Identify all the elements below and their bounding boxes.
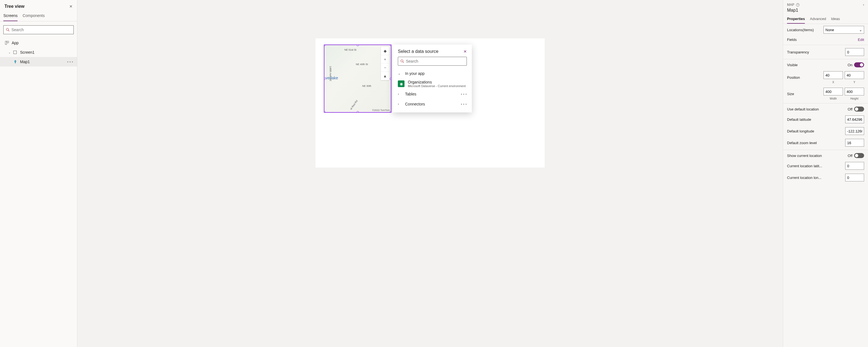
width-input[interactable] [824, 88, 843, 95]
toggle-state: Off [848, 154, 852, 158]
use-default-location-toggle[interactable]: Off [848, 106, 864, 112]
prop-name: Map1 [783, 8, 868, 14]
ds-section-connectors[interactable]: › Connectors • • • [393, 99, 472, 109]
default-zoom-input[interactable] [845, 139, 864, 147]
selection-handle[interactable] [356, 44, 359, 46]
current-lat-input[interactable] [845, 162, 864, 170]
tab-screens[interactable]: Screens [3, 13, 18, 21]
tree-item-screen[interactable]: ⌄ Screen1 [0, 48, 77, 57]
separator [783, 45, 868, 45]
prop-row-use-default-location: Use default location Off [783, 105, 868, 114]
search-icon [400, 59, 404, 63]
prop-kind-text: MAP [787, 3, 794, 7]
map-zoom-in-button[interactable]: + [381, 55, 389, 63]
separator [783, 59, 868, 59]
default-lat-input[interactable] [845, 116, 864, 123]
svg-point-0 [6, 28, 9, 31]
selection-handle[interactable] [390, 44, 392, 46]
prop-body: Locations(Items) None ⌄ Fields Edit Tran… [783, 24, 868, 347]
current-lon-input[interactable] [845, 174, 864, 182]
tree-item-app[interactable]: App [0, 38, 77, 48]
tree-item-map[interactable]: Map1 • • • [0, 57, 77, 66]
svg-text:?: ? [797, 3, 799, 6]
default-lon-input[interactable] [845, 127, 864, 135]
selection-handle[interactable] [390, 111, 392, 113]
chevron-right-icon: › [398, 102, 401, 106]
locations-select[interactable]: None ⌄ [824, 26, 864, 34]
separator [783, 103, 868, 103]
chevron-down-icon[interactable]: ⌄ [8, 51, 11, 54]
height-input[interactable] [845, 88, 864, 95]
visible-toggle[interactable]: On [848, 62, 864, 67]
prop-tab-ideas[interactable]: Ideas [831, 14, 840, 24]
close-icon[interactable]: ✕ [464, 49, 467, 54]
svg-rect-3 [7, 41, 9, 43]
map-road-label: el Red Rd [349, 100, 358, 111]
tree-search-input[interactable] [11, 28, 71, 32]
close-icon[interactable]: ✕ [69, 4, 72, 9]
datasource-popup: Select a data source ✕ ⌄ In your app ◉ O… [393, 44, 472, 113]
position-x-input[interactable] [824, 71, 843, 79]
tab-components[interactable]: Components [23, 13, 44, 21]
size-inputs: Width Height [824, 88, 864, 100]
map-pitch-button[interactable]: ▲ [381, 72, 389, 80]
switch-icon[interactable] [854, 153, 864, 158]
tree-search-box[interactable] [3, 25, 74, 34]
selection-handle[interactable] [390, 77, 392, 80]
toggle-state: On [848, 63, 852, 67]
ds-section-tables[interactable]: › Tables • • • [393, 89, 472, 99]
prop-row-show-current-location: Show current location Off [783, 151, 868, 160]
map-road-label: NE 40th St [356, 63, 368, 66]
ds-section-inapp[interactable]: ⌄ In your app [393, 68, 472, 78]
more-icon[interactable]: • • • [67, 60, 73, 63]
transparency-input[interactable] [845, 48, 864, 56]
svg-line-1 [8, 30, 9, 31]
selection-handle[interactable] [324, 77, 326, 80]
prop-tab-properties[interactable]: Properties [787, 14, 805, 24]
tree-items: App ⌄ Screen1 Map1 • • • [0, 38, 77, 347]
edit-fields-link[interactable]: Edit [858, 38, 864, 42]
more-icon[interactable]: • • • [461, 103, 467, 106]
canvas[interactable]: NE 51st St NE 40th St NE 30th el Red Rd … [78, 0, 783, 347]
ds-section-label: In your app [405, 71, 425, 76]
map-place-label: verlake [326, 76, 338, 80]
map-road-label: NE 51st St [344, 49, 356, 51]
svg-rect-4 [13, 51, 17, 54]
more-icon[interactable]: • • • [461, 93, 467, 96]
prop-label: Fields [787, 38, 797, 42]
chevron-right-icon: › [398, 92, 401, 96]
show-current-location-toggle[interactable]: Off [848, 153, 864, 158]
prop-row-transparency: Transparency [783, 46, 868, 58]
prop-label: Default zoom level [787, 141, 817, 145]
prop-row-position: Position X Y [783, 69, 868, 86]
switch-icon[interactable] [854, 62, 864, 67]
chevron-right-icon[interactable]: › [863, 3, 864, 7]
position-y-input[interactable] [845, 71, 864, 79]
selection-handle[interactable] [324, 111, 326, 113]
tree-item-label: App [12, 41, 19, 45]
prop-tab-advanced[interactable]: Advanced [810, 14, 826, 24]
artboard[interactable]: NE 51st St NE 40th St NE 30th el Red Rd … [315, 38, 545, 167]
sub-label: Y [854, 81, 856, 84]
prop-label: Default longitude [787, 129, 814, 133]
ds-item-organizations[interactable]: ◉ Organizations Microsoft Dataverse - Cu… [393, 78, 472, 89]
selection-handle[interactable] [356, 111, 359, 113]
map-zoom-out-button[interactable]: − [381, 63, 389, 72]
switch-icon[interactable] [854, 106, 864, 112]
sub-label: Height [850, 97, 859, 100]
map-north-button[interactable]: ◆ [381, 47, 389, 55]
tree-tabs: Screens Components [0, 11, 77, 22]
datasource-search[interactable] [398, 57, 467, 66]
prop-row-default-lat: Default latitude [783, 114, 868, 125]
help-icon[interactable]: ? [796, 3, 800, 7]
datasource-search-input[interactable] [406, 59, 464, 63]
map-control[interactable]: NE 51st St NE 40th St NE 30th el Red Rd … [324, 44, 392, 113]
position-inputs: X Y [824, 71, 864, 84]
svg-line-6 [403, 62, 404, 63]
datasource-title: Select a data source [398, 49, 438, 54]
search-icon [6, 28, 10, 32]
dataverse-icon: ◉ [398, 81, 404, 87]
properties-panel: MAP ? › Map1 Properties Advanced Ideas L… [783, 0, 868, 347]
tree-view-panel: Tree view ✕ Screens Components App ⌄ Scr… [0, 0, 78, 347]
tree-header: Tree view ✕ [0, 0, 77, 11]
